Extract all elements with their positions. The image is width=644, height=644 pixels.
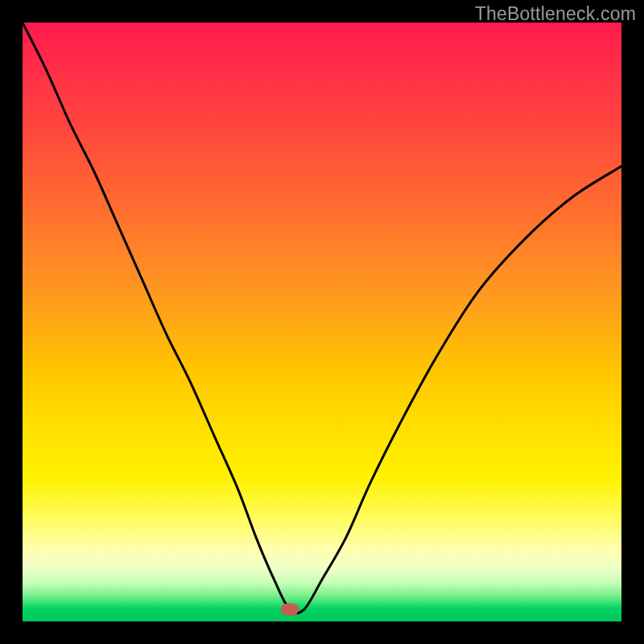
outer-frame: TheBottleneck.com	[0, 0, 644, 644]
watermark-text: TheBottleneck.com	[475, 3, 636, 25]
plot-area	[23, 23, 621, 621]
bottleneck-curve	[23, 23, 621, 613]
optimum-marker	[281, 604, 299, 616]
curve-layer	[23, 23, 621, 621]
